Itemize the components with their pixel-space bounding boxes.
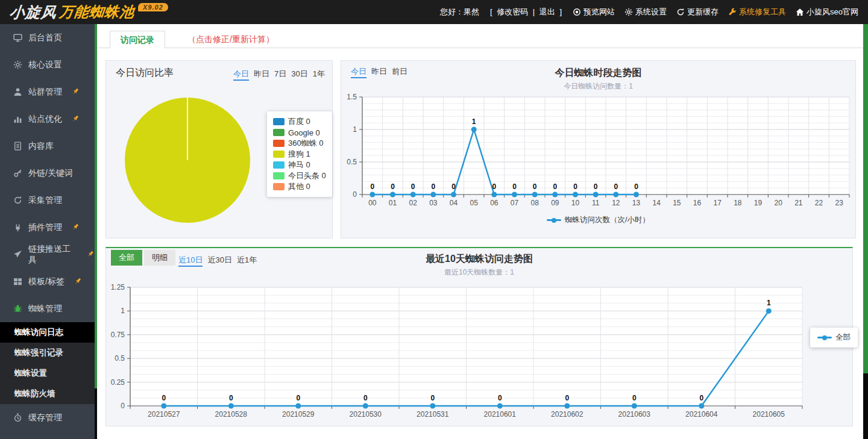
svg-text:04: 04 <box>450 199 458 207</box>
svg-text:10: 10 <box>571 199 580 207</box>
hourly-trend-panel: 今日昨日前日 今日蜘蛛时段走势图 今日蜘蛛访问数量：1 00.511.50001… <box>341 60 856 238</box>
bracket-close: ] <box>559 7 562 16</box>
bracket-open: [ <box>490 7 492 16</box>
svg-text:20210531: 20210531 <box>417 410 449 419</box>
legend-swatch <box>273 151 285 158</box>
svg-text:20210529: 20210529 <box>282 410 315 419</box>
sidebar-item[interactable]: 站群管理 <box>0 78 95 105</box>
day-chart-legend[interactable]: 全部 <box>810 328 858 347</box>
legend-swatch <box>273 183 285 190</box>
svg-text:0.75: 0.75 <box>111 331 125 339</box>
svg-text:08: 08 <box>530 199 539 207</box>
gear-icon <box>624 8 633 16</box>
right-black-strip <box>863 373 868 439</box>
legend-line-marker <box>547 219 561 221</box>
sidebar-item-label: 外链/关键词 <box>28 168 73 179</box>
sidebar-item-label: 采集管理 <box>28 195 62 206</box>
svg-text:16: 16 <box>693 199 702 207</box>
spider-icon <box>13 304 22 313</box>
sidebar-item[interactable]: 模板/标签 <box>0 268 95 295</box>
pie-legend-item[interactable]: 搜狗 1 <box>273 149 326 160</box>
svg-text:0: 0 <box>296 394 300 402</box>
sidebar-subitem[interactable]: 蜘蛛设置 <box>0 363 95 384</box>
svg-text:1: 1 <box>353 125 357 134</box>
svg-text:20210602: 20210602 <box>551 410 583 419</box>
sidebar-item[interactable]: 插件管理 <box>0 214 95 241</box>
home-icon <box>796 8 804 16</box>
svg-text:0: 0 <box>573 182 577 191</box>
pin-icon <box>72 88 80 96</box>
pin-icon <box>72 115 80 123</box>
pie-legend-item[interactable]: 360蜘蛛 0 <box>273 138 326 149</box>
tabbar-divider <box>97 48 863 48</box>
legend-label: 今日头条 0 <box>288 170 326 181</box>
pin-icon <box>74 278 82 285</box>
svg-text:0: 0 <box>634 182 638 191</box>
recalculate-note[interactable]: （点击修正/重新计算） <box>187 34 274 45</box>
sidebar-subitem[interactable]: 蜘蛛访问日志 <box>0 322 95 343</box>
ten-day-trend-panel: 全部明细 近10日近30日近1年 最近10天蜘蛛访问走势图 最近10天蜘蛛数量：… <box>105 247 853 426</box>
svg-text:06: 06 <box>490 199 498 207</box>
sidebar-item[interactable]: 核心设置 <box>0 51 95 78</box>
svg-text:12: 12 <box>612 199 620 207</box>
logo-part2: 万能蜘蛛池 <box>58 2 135 22</box>
svg-text:0: 0 <box>370 182 374 191</box>
hour-chart-legend[interactable]: 蜘蛛访问次数（次/小时） <box>341 215 855 225</box>
sidebar-item[interactable]: 站点优化 <box>0 105 95 132</box>
gear-icon <box>13 60 22 69</box>
sidebar-item-label: 模板/标签 <box>28 276 64 287</box>
sidebar-item[interactable]: 蜘蛛管理 <box>0 295 95 322</box>
topbar-menu-gear[interactable]: 系统设置 <box>624 7 667 17</box>
legend-label: 其他 0 <box>288 181 310 192</box>
sidebar-item[interactable]: 后台首页 <box>0 24 95 51</box>
sidebar-item[interactable]: 缓存管理 <box>0 404 95 431</box>
legend-swatch <box>273 161 285 169</box>
pie-legend-item[interactable]: 其他 0 <box>273 181 326 192</box>
pie-legend-item[interactable]: 百度 0 <box>273 116 326 127</box>
sidebar-item[interactable]: 外链/关键词 <box>0 160 95 187</box>
topbar-menu-refresh[interactable]: 更新缓存 <box>676 7 719 17</box>
svg-text:1: 1 <box>472 117 476 126</box>
account-divider: | <box>533 7 535 16</box>
logout-link[interactable]: 退出 <box>539 7 555 16</box>
topbar-menu-home[interactable]: 小旋风seo官网 <box>796 7 858 17</box>
svg-text:0: 0 <box>614 182 618 191</box>
pie-legend-item[interactable]: Google 0 <box>273 127 326 138</box>
svg-text:00: 00 <box>368 199 377 207</box>
sidebar-item[interactable]: 内容库 <box>0 132 95 160</box>
main-content: 访问记录 （点击修正/重新计算） 今日访问比率 今日昨日7日30日1年 百度 0… <box>97 24 863 439</box>
sidebar-item[interactable]: 采集管理 <box>0 187 95 214</box>
pin-icon <box>72 223 80 231</box>
svg-text:0: 0 <box>594 182 598 191</box>
pin-icon <box>87 251 95 258</box>
sidebar-item[interactable]: 链接推送工具 <box>0 241 95 268</box>
legend-label: 百度 0 <box>288 116 310 127</box>
legend-label: Google 0 <box>288 128 320 137</box>
svg-text:03: 03 <box>429 199 438 207</box>
sidebar-subitem[interactable]: 蜘蛛防火墙 <box>0 384 95 404</box>
svg-text:0.5: 0.5 <box>347 158 357 166</box>
sidebar-subitem[interactable]: 蜘蛛强引记录 <box>0 343 95 363</box>
svg-text:20210603: 20210603 <box>618 410 651 419</box>
svg-text:20: 20 <box>774 199 782 207</box>
sidebar: 后台首页核心设置站群管理站点优化内容库外链/关键词采集管理插件管理链接推送工具模… <box>0 24 95 439</box>
timer-icon <box>13 413 22 422</box>
svg-text:0: 0 <box>363 394 368 402</box>
pie-legend-item[interactable]: 神马 0 <box>273 160 326 170</box>
change-password-link[interactable]: 修改密码 <box>497 7 528 16</box>
svg-text:01: 01 <box>389 199 397 207</box>
tab-visit-records[interactable]: 访问记录 <box>110 31 165 48</box>
svg-text:11: 11 <box>592 199 600 207</box>
svg-text:1: 1 <box>121 307 125 315</box>
topbar-menu-eye[interactable]: 预览网站 <box>573 7 615 17</box>
pie-legend-item[interactable]: 今日头条 0 <box>273 170 326 181</box>
sidebar-item-label: 蜘蛛管理 <box>28 304 62 314</box>
svg-text:0: 0 <box>162 394 166 402</box>
topbar-menu-wrench[interactable]: 系统修复工具 <box>728 7 786 17</box>
svg-text:0: 0 <box>533 182 537 191</box>
svg-text:14: 14 <box>652 199 661 207</box>
sidebar-item-label: 后台首页 <box>28 33 62 43</box>
legend-line-marker <box>817 337 832 338</box>
svg-text:0: 0 <box>632 394 637 402</box>
topbar-menu-label: 系统设置 <box>635 7 667 17</box>
